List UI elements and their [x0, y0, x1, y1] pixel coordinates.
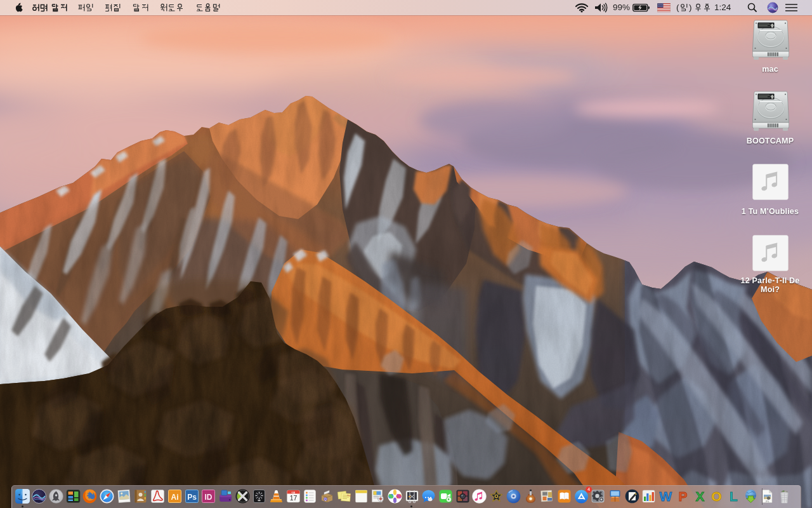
svg-text:X: X: [695, 489, 704, 504]
svg-text:JPG: JPG: [766, 500, 770, 503]
svg-text:Plan: Plan: [347, 494, 351, 497]
svg-text:Q: Q: [324, 498, 327, 501]
svg-text:17: 17: [289, 494, 297, 502]
svg-text:W: W: [660, 489, 672, 504]
svg-text:O: O: [712, 489, 722, 504]
svg-text:Ai: Ai: [171, 493, 178, 502]
svg-text:L: L: [730, 489, 738, 504]
svg-text:ID: ID: [205, 493, 213, 502]
svg-text:P: P: [678, 489, 687, 504]
svg-text:Ps: Ps: [187, 493, 197, 502]
